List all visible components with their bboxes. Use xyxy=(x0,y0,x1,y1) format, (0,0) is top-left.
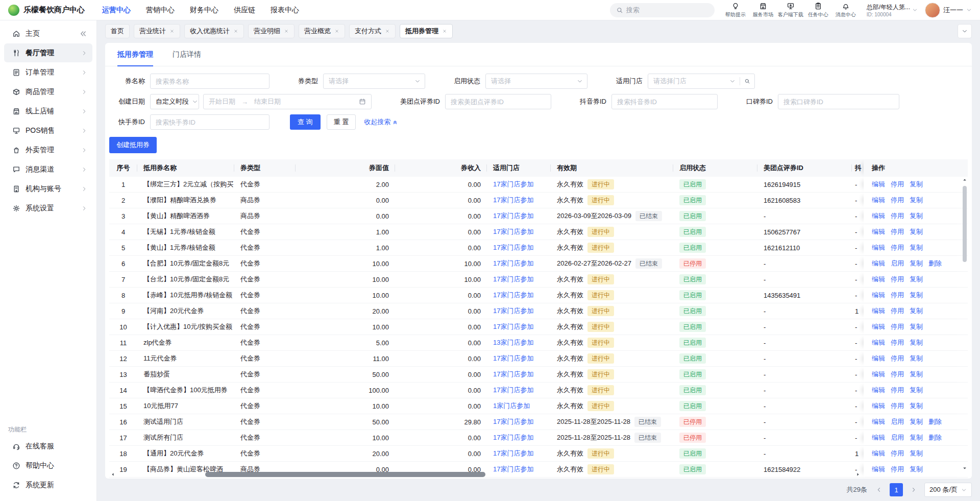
nav-item-1[interactable]: 营销中心 xyxy=(146,6,175,15)
action-copy[interactable]: 复制 xyxy=(910,243,923,252)
action-disable[interactable]: 停用 xyxy=(891,401,904,411)
action-edit[interactable]: 编辑 xyxy=(872,433,885,442)
sidebar-item-2[interactable]: 订单管理 xyxy=(4,63,92,82)
sidebar-footer-item-0[interactable]: 在线客服 xyxy=(4,437,92,456)
action-edit[interactable]: 编辑 xyxy=(872,370,885,379)
vscroll-track[interactable] xyxy=(962,183,967,465)
column-header-income[interactable]: 券收入 xyxy=(395,159,487,177)
column-header-douyin_id[interactable]: 抖 xyxy=(852,159,864,177)
action-disable[interactable]: 停用 xyxy=(891,449,904,458)
koubei-id-input[interactable] xyxy=(778,94,899,109)
sidebar-footer-item-2[interactable]: 系统更新 xyxy=(4,475,92,494)
quick-action-shop[interactable]: 服务市场 xyxy=(749,2,777,18)
action-copy[interactable]: 复制 xyxy=(910,196,923,205)
quick-action-task[interactable]: 任务中心 xyxy=(804,2,832,18)
action-disable[interactable]: 停用 xyxy=(891,291,904,300)
search-button[interactable]: 查 询 xyxy=(290,114,321,130)
stores-link[interactable]: 13家门店参加 xyxy=(493,338,533,347)
action-edit[interactable]: 编辑 xyxy=(872,243,885,252)
tab-6[interactable]: 抵用券管理 xyxy=(400,24,453,38)
global-search[interactable] xyxy=(610,3,715,17)
action-copy[interactable]: 复制 xyxy=(910,465,923,474)
stores-link[interactable]: 17家门店参加 xyxy=(493,180,533,189)
meituan-id-input[interactable] xyxy=(445,94,551,109)
column-header-name[interactable]: 抵用券名称 xyxy=(137,159,234,177)
action-disable[interactable]: 停用 xyxy=(891,243,904,252)
stores-link[interactable]: 17家门店参加 xyxy=(493,227,533,236)
tab-close-icon[interactable] xyxy=(385,29,390,34)
action-copy[interactable]: 复制 xyxy=(910,417,923,426)
action-edit[interactable]: 编辑 xyxy=(872,180,885,189)
scroll-right-icon[interactable] xyxy=(854,471,862,478)
stores-link[interactable]: 17家门店参加 xyxy=(493,322,533,331)
stores-link[interactable]: 17家门店参加 xyxy=(493,433,533,442)
tab-close-icon[interactable] xyxy=(233,29,238,34)
page-size-select[interactable]: 200 条/页 xyxy=(924,483,972,497)
action-edit[interactable]: 编辑 xyxy=(872,322,885,331)
column-header-validity[interactable]: 有效期 xyxy=(551,159,673,177)
action-edit[interactable]: 编辑 xyxy=(872,338,885,347)
action-edit[interactable]: 编辑 xyxy=(872,211,885,221)
vertical-scrollbar[interactable] xyxy=(961,177,968,471)
sidebar-item-9[interactable]: 系统设置 xyxy=(4,199,92,218)
tab-close-icon[interactable] xyxy=(442,29,447,34)
tab-close-icon[interactable] xyxy=(169,29,175,34)
reset-button[interactable]: 重 置 xyxy=(327,114,356,130)
action-delete[interactable]: 删除 xyxy=(928,259,942,268)
action-copy[interactable]: 复制 xyxy=(910,354,923,363)
page-number-button[interactable]: 1 xyxy=(890,483,903,496)
store-select[interactable]: 请选择门店 xyxy=(648,74,755,89)
action-disable[interactable]: 停用 xyxy=(891,227,904,236)
stores-link[interactable]: 17家门店参加 xyxy=(493,370,533,379)
action-edit[interactable]: 编辑 xyxy=(872,306,885,316)
action-disable[interactable]: 停用 xyxy=(891,306,904,316)
action-delete[interactable]: 删除 xyxy=(928,433,942,442)
tab-5[interactable]: 支付方式 xyxy=(349,24,396,38)
scroll-up-icon[interactable] xyxy=(961,177,968,183)
action-copy[interactable]: 复制 xyxy=(910,433,923,442)
column-header-face_value[interactable]: 券面值 xyxy=(296,159,395,177)
action-copy[interactable]: 复制 xyxy=(910,275,923,284)
sidebar-footer-item-1[interactable]: 帮助中心 xyxy=(4,456,92,475)
action-copy[interactable]: 复制 xyxy=(910,259,923,268)
prev-page-button[interactable] xyxy=(872,483,886,496)
hscroll-thumb[interactable] xyxy=(205,472,485,477)
next-page-button[interactable] xyxy=(907,483,920,496)
action-enable[interactable]: 启用 xyxy=(891,417,904,426)
action-disable[interactable]: 停用 xyxy=(891,211,904,221)
tab-4[interactable]: 营业概览 xyxy=(299,24,345,38)
scroll-down-icon[interactable] xyxy=(961,465,968,471)
action-disable[interactable]: 停用 xyxy=(891,370,904,379)
date-preset-select[interactable]: 自定义时段 xyxy=(150,94,199,109)
sidebar-item-4[interactable]: 线上店铺 xyxy=(4,102,92,121)
tab-close-icon[interactable] xyxy=(284,29,289,34)
action-edit[interactable]: 编辑 xyxy=(872,417,885,426)
action-edit[interactable]: 编辑 xyxy=(872,386,885,395)
global-search-input[interactable] xyxy=(626,6,703,14)
action-disable[interactable]: 停用 xyxy=(891,465,904,474)
coupon-type-select[interactable]: 请选择 xyxy=(323,74,425,89)
subtab-1[interactable]: 门店详情 xyxy=(173,43,201,66)
action-copy[interactable]: 复制 xyxy=(910,180,923,189)
action-edit[interactable]: 编辑 xyxy=(872,227,885,236)
column-header-meituan_id[interactable]: 美团点评券ID xyxy=(757,159,852,177)
action-copy[interactable]: 复制 xyxy=(910,401,923,411)
nav-item-2[interactable]: 财务中心 xyxy=(190,6,218,15)
action-disable[interactable]: 停用 xyxy=(891,180,904,189)
action-copy[interactable]: 复制 xyxy=(910,449,923,458)
action-copy[interactable]: 复制 xyxy=(910,338,923,347)
action-copy[interactable]: 复制 xyxy=(910,211,923,221)
tab-close-icon[interactable] xyxy=(334,29,339,34)
stores-link[interactable]: 17家门店参加 xyxy=(493,354,533,363)
action-disable[interactable]: 停用 xyxy=(891,322,904,331)
date-range-input[interactable]: 开始日期 → 结束日期 xyxy=(203,94,372,109)
create-coupon-button[interactable]: 创建抵用券 xyxy=(109,137,157,153)
stores-link[interactable]: 1家门店参加 xyxy=(493,401,530,411)
collapse-search-link[interactable]: 收起搜索 xyxy=(364,117,398,127)
brand[interactable]: 乐檬餐饮商户中心 xyxy=(8,5,85,16)
sidebar-item-0[interactable]: 主页 xyxy=(4,24,92,43)
action-disable[interactable]: 停用 xyxy=(891,354,904,363)
sidebar-item-6[interactable]: 外卖管理 xyxy=(4,140,92,159)
stores-link[interactable]: 17家门店参加 xyxy=(493,259,533,268)
sidebar-item-8[interactable]: 机构与账号 xyxy=(4,179,92,198)
